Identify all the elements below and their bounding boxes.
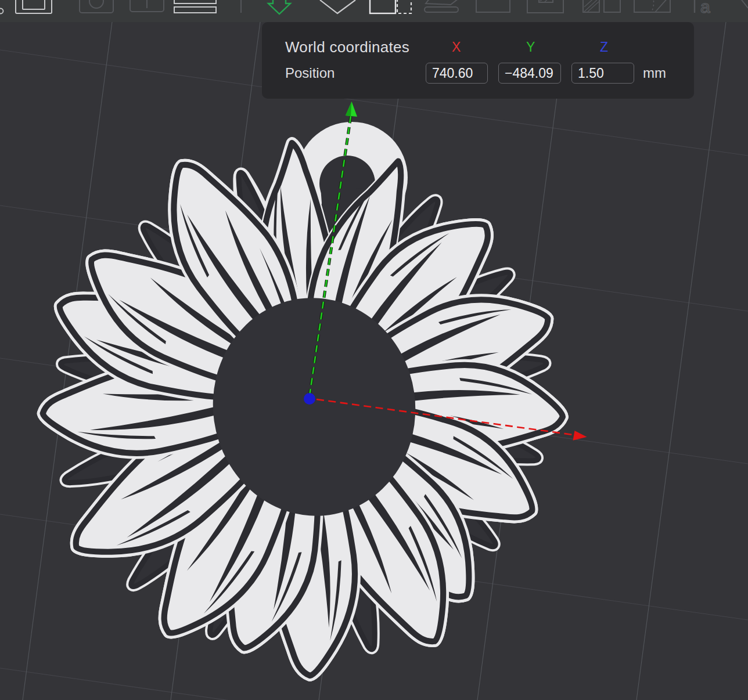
svg-text:a: a	[700, 0, 710, 16]
